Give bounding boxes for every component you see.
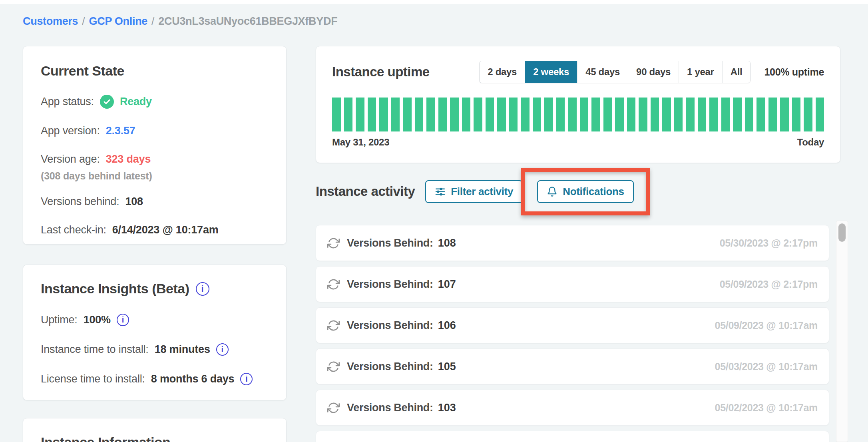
activity-row-label: Versions Behind: bbox=[347, 402, 433, 414]
uptime-bar bbox=[627, 98, 636, 131]
breadcrumb-item[interactable]: GCP Online bbox=[89, 15, 148, 27]
uptime-start-date: May 31, 2023 bbox=[332, 137, 389, 148]
activity-scrollbar-track[interactable] bbox=[836, 221, 848, 442]
uptime-bar bbox=[356, 98, 364, 131]
uptime-bar bbox=[698, 98, 707, 131]
version-age-row: Version age: 323 days bbox=[41, 153, 269, 165]
filter-sliders-icon bbox=[435, 186, 446, 197]
notifications-label: Notifications bbox=[563, 185, 624, 198]
uptime-bar bbox=[486, 98, 494, 131]
uptime-bar bbox=[556, 98, 565, 131]
uptime-range-45-days[interactable]: 45 days bbox=[577, 61, 628, 83]
annotation-highlight-box: Notifications bbox=[521, 168, 650, 215]
activity-row-label: Versions Behind: bbox=[347, 278, 433, 291]
last-checkin-value: 6/14/2023 @ 10:17am bbox=[112, 224, 219, 236]
uptime-bar bbox=[721, 98, 730, 131]
activity-row[interactable]: Versions Behind: 107 05/09/2023 @ 2:17pm bbox=[316, 266, 829, 302]
breadcrumb: Customers/GCP Online/2CU3nL3saUNyoc61BBE… bbox=[23, 15, 337, 28]
uptime-bar bbox=[391, 98, 400, 131]
uptime-bar bbox=[792, 98, 801, 131]
uptime-bar bbox=[780, 98, 789, 131]
uptime-range-2-days[interactable]: 2 days bbox=[480, 61, 525, 83]
sync-arrows-icon bbox=[327, 360, 340, 373]
uptime-bar bbox=[709, 98, 718, 131]
uptime-bar bbox=[415, 98, 424, 131]
insights-rows: Uptime: 100% Instance time to install: 1… bbox=[41, 314, 269, 385]
info-icon[interactable] bbox=[196, 282, 209, 296]
insight-label: License time to install: bbox=[41, 373, 145, 385]
uptime-bar bbox=[344, 98, 353, 131]
app-status-row: App status: Ready bbox=[41, 95, 269, 109]
activity-title: Instance activity bbox=[316, 184, 415, 199]
uptime-range-all[interactable]: All bbox=[722, 61, 751, 83]
activity-row-value: 108 bbox=[438, 237, 456, 249]
activity-row[interactable]: Versions Behind: 108 05/30/2023 @ 2:17pm bbox=[316, 225, 829, 261]
activity-row-partial[interactable] bbox=[316, 431, 829, 442]
info-icon[interactable] bbox=[216, 343, 229, 356]
right-column: Instance uptime 2 days2 weeks45 days90 d… bbox=[316, 46, 840, 442]
activity-row[interactable]: Versions Behind: 103 05/02/2023 @ 10:17a… bbox=[316, 390, 829, 426]
activity-row[interactable]: Versions Behind: 105 05/03/2023 @ 10:17a… bbox=[316, 348, 829, 384]
uptime-bar bbox=[674, 98, 683, 131]
activity-row-label: Versions Behind: bbox=[347, 237, 433, 249]
last-checkin-label: Last check-in: bbox=[41, 224, 106, 236]
activity-row[interactable]: Versions Behind: 106 05/09/2023 @ 10:17a… bbox=[316, 307, 829, 343]
uptime-summary: 100% uptime bbox=[764, 66, 824, 78]
uptime-footer: May 31, 2023 Today bbox=[332, 137, 824, 148]
activity-list: Versions Behind: 108 05/30/2023 @ 2:17pm… bbox=[316, 225, 829, 442]
sync-arrows-icon bbox=[327, 237, 340, 249]
uptime-bar bbox=[733, 98, 742, 131]
activity-row-value: 103 bbox=[438, 402, 456, 414]
instance-insights-card: Instance Insights (Beta) Uptime: 100% In… bbox=[23, 265, 287, 400]
insight-row: Instance time to install: 18 minutes bbox=[41, 343, 269, 356]
uptime-bar bbox=[332, 98, 341, 131]
version-age-value: 323 days bbox=[106, 153, 151, 165]
uptime-bar bbox=[591, 98, 600, 131]
sync-arrows-icon bbox=[327, 319, 340, 332]
activity-row-value: 106 bbox=[438, 319, 456, 332]
activity-row-timestamp: 05/03/2023 @ 10:17am bbox=[715, 361, 818, 372]
instance-information-card: Instance Information bbox=[23, 418, 287, 442]
uptime-bar bbox=[580, 98, 589, 131]
uptime-bar bbox=[462, 98, 471, 131]
uptime-bar bbox=[639, 98, 647, 131]
activity-scrollbar-thumb[interactable] bbox=[838, 223, 846, 242]
breadcrumb-item[interactable]: Customers bbox=[23, 15, 78, 27]
instance-uptime-card: Instance uptime 2 days2 weeks45 days90 d… bbox=[316, 46, 840, 163]
uptime-bar bbox=[426, 98, 435, 131]
uptime-bar bbox=[379, 98, 388, 131]
uptime-title: Instance uptime bbox=[332, 64, 430, 80]
uptime-range-2-weeks[interactable]: 2 weeks bbox=[525, 61, 577, 83]
top-strip bbox=[0, 0, 868, 4]
uptime-header: Instance uptime 2 days2 weeks45 days90 d… bbox=[332, 61, 824, 83]
uptime-bar bbox=[521, 98, 530, 131]
uptime-range-1-year[interactable]: 1 year bbox=[679, 61, 722, 83]
uptime-bar bbox=[662, 98, 671, 131]
app-version-value[interactable]: 2.3.57 bbox=[106, 125, 135, 137]
uptime-bar bbox=[368, 98, 376, 131]
info-icon[interactable] bbox=[240, 373, 253, 385]
uptime-bar bbox=[816, 98, 824, 131]
uptime-bar bbox=[474, 98, 482, 131]
uptime-bar bbox=[533, 98, 542, 131]
uptime-bar bbox=[804, 98, 812, 131]
filter-activity-button[interactable]: Filter activity bbox=[425, 180, 523, 203]
sync-arrows-icon bbox=[327, 278, 340, 291]
activity-row-timestamp: 05/02/2023 @ 10:17am bbox=[715, 402, 818, 414]
info-icon[interactable] bbox=[117, 314, 129, 326]
instance-insights-title: Instance Insights (Beta) bbox=[41, 281, 189, 297]
bell-icon bbox=[547, 186, 557, 197]
app-status-value: Ready bbox=[120, 96, 152, 108]
notifications-button[interactable]: Notifications bbox=[537, 180, 634, 203]
uptime-range-group: 2 days2 weeks45 days90 days1 yearAll bbox=[479, 61, 751, 83]
breadcrumb-separator: / bbox=[151, 15, 154, 27]
insight-row: License time to install: 8 months 6 days bbox=[41, 373, 269, 385]
uptime-range-90-days[interactable]: 90 days bbox=[628, 61, 679, 83]
instance-information-title: Instance Information bbox=[41, 434, 269, 442]
activity-row-label: Versions Behind: bbox=[347, 319, 433, 332]
insight-label: Uptime: bbox=[41, 314, 78, 326]
activity-row-timestamp: 05/30/2023 @ 2:17pm bbox=[720, 237, 818, 249]
uptime-bar bbox=[403, 98, 412, 131]
insight-value: 100% bbox=[84, 314, 111, 326]
filter-activity-label: Filter activity bbox=[451, 185, 513, 198]
